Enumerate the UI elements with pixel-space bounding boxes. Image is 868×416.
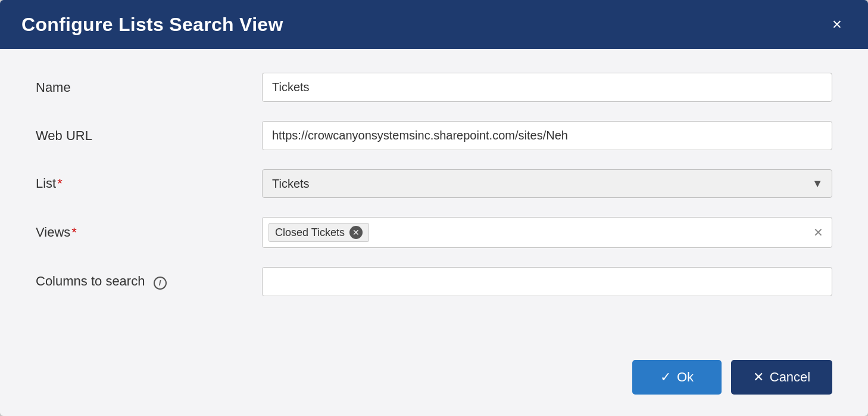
weburl-label: Web URL	[36, 128, 262, 144]
list-field-wrapper: Tickets Closed Tickets Open Tickets ▼	[262, 169, 832, 198]
close-button[interactable]: ×	[828, 14, 847, 35]
weburl-row: Web URL	[36, 121, 832, 150]
list-select[interactable]: Tickets Closed Tickets Open Tickets	[262, 169, 832, 198]
list-select-wrapper: Tickets Closed Tickets Open Tickets ▼	[262, 169, 832, 198]
views-field-wrapper: Closed Tickets ✕ ✕	[262, 217, 832, 248]
cancel-label: Cancel	[770, 370, 810, 385]
views-multiselect[interactable]: Closed Tickets ✕ ✕	[262, 217, 832, 248]
name-field-wrapper	[262, 73, 832, 102]
dialog-footer: ✓ Ok ✕ Cancel	[0, 348, 868, 416]
views-tag-remove-icon[interactable]: ✕	[349, 226, 363, 239]
name-row: Name	[36, 73, 832, 102]
views-clear-icon[interactable]: ✕	[811, 225, 826, 240]
columns-field-wrapper	[262, 267, 832, 296]
configure-dialog: Configure Lists Search View × Name Web U…	[0, 0, 868, 416]
views-row: Views* Closed Tickets ✕ ✕	[36, 217, 832, 248]
list-label: List*	[36, 176, 262, 191]
cancel-x-icon: ✕	[753, 370, 764, 385]
ok-label: Ok	[677, 370, 694, 385]
views-tag-label: Closed Tickets	[275, 226, 345, 239]
name-input[interactable]	[262, 73, 832, 102]
views-required-star: *	[71, 225, 77, 240]
weburl-input[interactable]	[262, 121, 832, 150]
dialog-header: Configure Lists Search View ×	[0, 0, 868, 49]
columns-input[interactable]	[262, 267, 832, 296]
list-required-star: *	[57, 176, 63, 191]
ok-button[interactable]: ✓ Ok	[632, 360, 722, 395]
views-label: Views*	[36, 225, 262, 240]
views-search-input[interactable]	[374, 226, 806, 239]
columns-row: Columns to search i	[36, 267, 832, 296]
cancel-button[interactable]: ✕ Cancel	[731, 360, 832, 395]
list-row: List* Tickets Closed Tickets Open Ticket…	[36, 169, 832, 198]
views-tag-closed-tickets: Closed Tickets ✕	[268, 223, 369, 242]
dialog-title: Configure Lists Search View	[21, 14, 283, 36]
columns-label: Columns to search i	[36, 274, 262, 290]
dialog-body: Name Web URL List* Tickets Closed Ticket…	[0, 49, 868, 348]
info-icon: i	[154, 277, 167, 290]
ok-checkmark-icon: ✓	[660, 370, 671, 385]
weburl-field-wrapper	[262, 121, 832, 150]
name-label: Name	[36, 80, 262, 95]
